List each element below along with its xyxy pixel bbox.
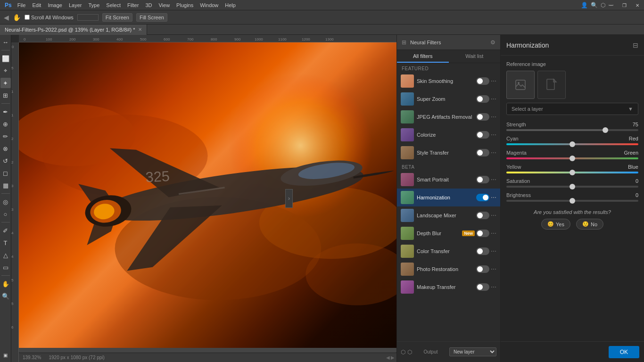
brightness-slider-track[interactable] xyxy=(506,200,638,202)
style-transfer-options-icon[interactable]: ⋯ xyxy=(491,149,496,156)
menu-file[interactable]: File xyxy=(15,1,29,9)
filter-item-jpeg-removal[interactable]: JPEG Artifacts Removal ⋯ xyxy=(397,108,500,126)
ref-image-blank-slot[interactable] xyxy=(537,71,566,99)
skin-smoothing-options-icon[interactable]: ⋯ xyxy=(491,78,496,84)
crop-tool-button[interactable]: ⊞ xyxy=(0,90,11,100)
restore-button[interactable]: ❐ xyxy=(618,0,631,10)
fit-screen-button[interactable]: Fit Screen xyxy=(102,13,132,22)
filter-item-smart-portrait[interactable]: Smart Portrait ⋯ xyxy=(397,171,500,189)
strength-slider-handle[interactable] xyxy=(603,127,608,133)
landscape-mixer-options-icon[interactable]: ⋯ xyxy=(491,212,496,219)
landscape-mixer-toggle[interactable] xyxy=(476,212,489,219)
marquee-tool-button[interactable]: ⬜ xyxy=(0,53,11,64)
saturation-slider-track[interactable] xyxy=(506,186,638,188)
move-tool-button[interactable]: ↔ xyxy=(0,37,11,47)
photo-restoration-toggle[interactable] xyxy=(476,265,489,273)
magic-wand-tool-button[interactable]: ✦ xyxy=(0,78,11,88)
scroll-left-btn[interactable]: ▶ xyxy=(391,355,395,360)
smart-portrait-options-icon[interactable]: ⋯ xyxy=(491,176,496,183)
filter-item-style-transfer[interactable]: Style Transfer ⋯ xyxy=(397,144,500,162)
menu-filter[interactable]: Filter xyxy=(124,1,141,9)
brightness-slider-handle[interactable] xyxy=(570,198,575,204)
output-select[interactable]: New layer Current layer Smart filter xyxy=(449,347,496,356)
menu-plugins[interactable]: Plugins xyxy=(173,1,196,9)
menu-edit[interactable]: Edit xyxy=(29,1,44,9)
strength-slider-track[interactable] xyxy=(506,129,638,131)
text-tool-button[interactable]: T xyxy=(0,238,11,248)
shape-tool-button[interactable]: ▭ xyxy=(0,262,11,272)
color-transfer-toggle[interactable] xyxy=(476,247,489,255)
tab-wait-list[interactable]: Wait list xyxy=(449,50,501,63)
panel-toggle-arrow[interactable]: › xyxy=(285,189,293,208)
minimize-button[interactable]: ─ xyxy=(604,0,618,10)
menu-view[interactable]: View xyxy=(156,1,173,9)
filter-item-landscape-mixer[interactable]: Landscape Mixer ⋯ xyxy=(397,206,500,224)
harmonization-toggle[interactable] xyxy=(476,194,489,201)
saturation-slider-handle[interactable] xyxy=(570,184,575,189)
magenta-green-slider-track[interactable] xyxy=(506,157,638,159)
super-zoom-toggle[interactable] xyxy=(476,95,489,103)
colorize-options-icon[interactable]: ⋯ xyxy=(491,132,496,138)
color-transfer-options-icon[interactable]: ⋯ xyxy=(491,248,496,255)
no-button[interactable]: 😟 No xyxy=(576,219,603,230)
jpeg-removal-options-icon[interactable]: ⋯ xyxy=(491,114,496,120)
cyan-red-slider-handle[interactable] xyxy=(570,141,575,147)
menu-help[interactable]: Help xyxy=(222,1,239,9)
dodge-tool-button[interactable]: ○ xyxy=(0,209,11,219)
smart-portrait-toggle[interactable] xyxy=(476,176,489,183)
cyan-red-slider-track[interactable] xyxy=(506,143,638,145)
filter-item-photo-restoration[interactable]: Photo Restoration ⋯ xyxy=(397,260,500,278)
zoom-input[interactable]: 139% xyxy=(77,14,99,21)
filter-item-super-zoom[interactable]: Super Zoom ⋯ xyxy=(397,90,500,108)
gradient-tool-button[interactable]: ▦ xyxy=(0,180,11,190)
fill-screen-button[interactable]: Fill Screen xyxy=(136,13,167,22)
eyedropper-tool-button[interactable]: ✒ xyxy=(0,107,11,117)
yes-button[interactable]: 😊 Yes xyxy=(541,219,570,230)
filter-item-color-transfer[interactable]: Color Transfer ⋯ xyxy=(397,242,500,260)
makeup-transfer-toggle[interactable] xyxy=(476,283,489,291)
makeup-transfer-options-icon[interactable]: ⋯ xyxy=(491,284,496,290)
colorize-toggle[interactable] xyxy=(476,131,489,139)
hand-tool-icon[interactable]: ✋ xyxy=(13,14,21,21)
jpeg-removal-toggle[interactable] xyxy=(476,113,489,121)
blur-tool-button[interactable]: ◎ xyxy=(0,197,11,207)
menu-select[interactable]: Select xyxy=(103,1,124,9)
path-tool-button[interactable]: △ xyxy=(0,250,11,260)
foreground-bg-icon[interactable]: ▣ xyxy=(0,350,11,360)
menu-3d[interactable]: 3D xyxy=(142,1,155,9)
horizontal-scrollbar[interactable] xyxy=(19,348,396,353)
filter-item-depth-blur[interactable]: Depth Blur New ⋯ xyxy=(397,224,500,242)
depth-blur-options-icon[interactable]: ⋯ xyxy=(491,230,496,237)
scroll-right-btn[interactable]: ◀ xyxy=(386,355,390,360)
magenta-green-slider-handle[interactable] xyxy=(570,156,575,161)
filter-item-harmonization[interactable]: Harmonization ⋯ xyxy=(397,189,500,206)
pen-tool-button[interactable]: ✐ xyxy=(0,225,11,236)
menu-layer[interactable]: Layer xyxy=(66,1,85,9)
ok-button[interactable]: OK xyxy=(609,346,639,358)
brush-tool-button[interactable]: ✏ xyxy=(0,131,11,141)
doc-tab-close-icon[interactable]: ✕ xyxy=(138,27,142,32)
menu-image[interactable]: Image xyxy=(45,1,65,9)
menu-type[interactable]: Type xyxy=(86,1,103,9)
neural-panel-settings-icon[interactable]: ⚙ xyxy=(490,39,495,46)
super-zoom-options-icon[interactable]: ⋯ xyxy=(491,96,496,102)
healing-tool-button[interactable]: ⊕ xyxy=(0,119,11,129)
style-transfer-toggle[interactable] xyxy=(476,149,489,156)
lasso-tool-button[interactable]: ⌖ xyxy=(0,66,11,76)
depth-blur-toggle[interactable] xyxy=(476,230,489,237)
history-tool-button[interactable]: ↺ xyxy=(0,156,11,166)
scroll-all-checkbox[interactable] xyxy=(25,15,30,20)
person-icon[interactable]: 👤 xyxy=(581,2,588,8)
filter-item-colorize[interactable]: Colorize ⋯ xyxy=(397,126,500,144)
yellow-blue-slider-handle[interactable] xyxy=(570,170,575,175)
filter-item-makeup-transfer[interactable]: Makeup Transfer ⋯ xyxy=(397,278,500,296)
eraser-tool-button[interactable]: ◻ xyxy=(0,168,11,178)
filter-item-skin-smoothing[interactable]: Skin Smoothing ⋯ xyxy=(397,72,500,90)
back-arrow-icon[interactable]: ◀ xyxy=(4,14,9,21)
photo-restoration-options-icon[interactable]: ⋯ xyxy=(491,266,496,272)
zoom-tool-button[interactable]: 🔍 xyxy=(0,291,11,301)
tab-all-filters[interactable]: All filters xyxy=(397,50,449,63)
hand-tool-button[interactable]: ✋ xyxy=(0,279,11,289)
clone-tool-button[interactable]: ⊗ xyxy=(0,143,11,154)
search-icon[interactable]: 🔍 xyxy=(591,2,598,8)
